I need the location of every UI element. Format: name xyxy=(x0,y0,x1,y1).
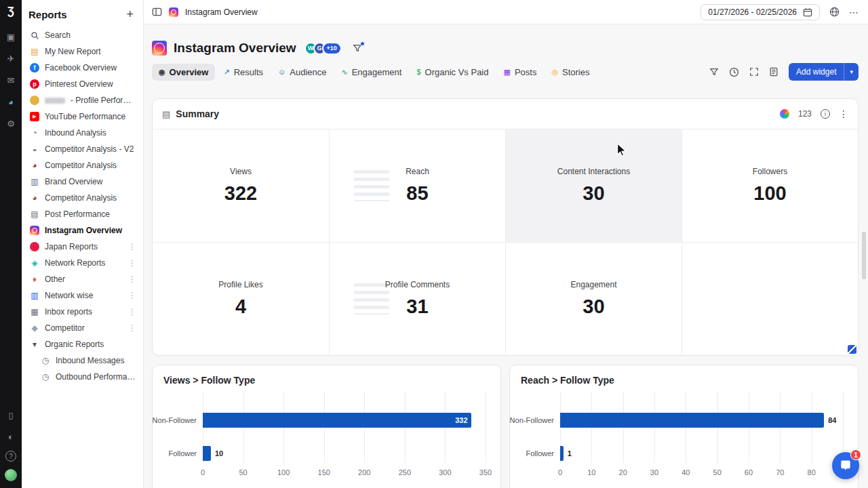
sidebar-item-instagram-overview[interactable]: Instagram Overview xyxy=(22,222,143,239)
sidebar-item-youtube-performance[interactable]: ▶YouTube Performance xyxy=(22,108,143,125)
sidebar-item-inbound-messages[interactable]: ◷Inbound Messages xyxy=(22,352,143,369)
sidebar-item-pinterest-overview[interactable]: pPinterest Overview xyxy=(22,76,143,92)
widget-resize-handle[interactable] xyxy=(848,345,856,354)
metric-profile-likes[interactable]: Profile Likes4 xyxy=(153,242,329,355)
inbox-icon[interactable]: ▣ xyxy=(3,29,18,44)
x-axis-tick: 10 xyxy=(587,468,595,476)
metric-value: 100 xyxy=(753,182,786,205)
facebook-icon: f xyxy=(30,63,39,73)
item-menu-icon[interactable]: ⋮ xyxy=(127,291,138,300)
network-reports-icon: ◈ xyxy=(30,258,39,268)
settings-icon[interactable]: ⚙ xyxy=(3,116,18,131)
sidebar-item-organic-reports[interactable]: ▾Organic Reports xyxy=(22,336,143,352)
tab-label: Stories xyxy=(562,67,589,77)
sidebar-item-search[interactable]: Search xyxy=(22,27,143,43)
tab-label: Posts xyxy=(515,67,537,77)
metric-cell-empty xyxy=(682,242,858,355)
item-menu-icon[interactable]: ⋮ xyxy=(127,307,138,317)
bar-non-follower[interactable]: 332 xyxy=(203,413,471,428)
export-report-icon[interactable] xyxy=(769,67,778,77)
metric-profile-comments[interactable]: Profile Comments31 xyxy=(329,242,505,355)
theme-icon[interactable]: ◐ xyxy=(3,429,18,444)
x-axis-tick: 60 xyxy=(745,468,753,476)
report-scroll-area[interactable]: Instagram Overview WG+10 ◉Overview↗Resul… xyxy=(144,24,868,488)
sidebar-item-outbound-performance[interactable]: ◷Outbound Performance xyxy=(22,369,143,385)
sidebar-item-label: Organic Reports xyxy=(45,340,138,349)
bar-non-follower[interactable]: 84 xyxy=(560,413,824,428)
sidebar-item-brand-overview[interactable]: ▥Brand Overview xyxy=(22,174,143,190)
metric-content-interactions[interactable]: Content Interactions30 xyxy=(505,129,682,242)
report-filter-icon[interactable] xyxy=(353,43,362,53)
report-tabs: ◉Overview↗Results☺Audience∿Engagement$Or… xyxy=(152,62,859,81)
sidebar-item-inbox-reports[interactable]: ▦Inbox reports⋮ xyxy=(22,304,143,320)
tab-posts[interactable]: ▦Posts xyxy=(496,64,543,81)
sidebar-header: Reports + xyxy=(22,5,143,27)
category-label: Follower xyxy=(507,449,554,458)
tab-results[interactable]: ↗Results xyxy=(216,64,270,81)
help-icon[interactable]: ? xyxy=(5,451,16,462)
date-range-text: 01/27/2026 - 02/25/2026 xyxy=(708,7,797,17)
add-widget-button[interactable]: Add widget ▾ xyxy=(789,63,859,81)
mobile-icon[interactable]: ▯ xyxy=(3,407,18,422)
tab-stories[interactable]: ◎Stories xyxy=(545,64,596,81)
vertical-scrollbar-thumb[interactable] xyxy=(862,232,866,279)
sidebar-item-competitor[interactable]: ◆Competitor⋮ xyxy=(22,320,143,336)
chat-launcher-button[interactable]: 1 xyxy=(832,452,859,479)
sidebar-item-inbound-analysis[interactable]: ◔Inbound Analysis xyxy=(22,125,143,141)
bar-value: 1 xyxy=(568,449,572,458)
metric-reach[interactable]: Reach85 xyxy=(329,129,505,242)
tab-audience[interactable]: ☺Audience xyxy=(271,64,333,81)
fullscreen-icon[interactable] xyxy=(749,67,759,77)
tab-organic-vs-paid[interactable]: $Organic Vs Paid xyxy=(410,64,495,81)
avatar-overflow-count[interactable]: +10 xyxy=(322,42,342,55)
publishing-icon[interactable]: ✈ xyxy=(3,51,18,66)
sidebar-item-my-new-report[interactable]: ▤My New Report xyxy=(22,43,143,60)
ai-assist-icon[interactable] xyxy=(780,109,789,119)
globe-icon[interactable] xyxy=(829,7,840,17)
sidebar-item-profile-performance[interactable]: - Profile Performance xyxy=(22,92,143,108)
bar-follower[interactable]: 1 xyxy=(560,446,564,461)
x-axis-tick: 30 xyxy=(650,468,658,476)
more-options-icon[interactable]: ⋯ xyxy=(849,7,859,18)
sidebar-item-japan-reports[interactable]: Japan Reports⋮ xyxy=(22,239,143,255)
overview-icon: ◉ xyxy=(159,68,165,77)
metric-followers[interactable]: Followers100 xyxy=(682,129,858,242)
bar-row: Follower10 xyxy=(203,446,486,461)
reports-icon[interactable]: ◕ xyxy=(3,94,18,109)
sidebar-item-label: Network wise xyxy=(45,291,121,300)
add-widget-chevron-icon[interactable]: ▾ xyxy=(844,63,859,81)
sidebar-item-network-reports[interactable]: ◈Network Reports⋮ xyxy=(22,255,143,271)
filter-icon[interactable] xyxy=(709,67,719,77)
app-logo[interactable]: Ʒ xyxy=(7,5,14,18)
sidebar-item-competitor-analysis[interactable]: ◕Competitor Analysis xyxy=(22,190,143,206)
item-menu-icon[interactable]: ⋮ xyxy=(127,242,138,251)
network-wise-icon: ▥ xyxy=(30,291,39,300)
reports-list: Search▤My New ReportfFacebook OverviewpP… xyxy=(22,27,143,488)
chart-title: Views > Follow Type xyxy=(153,365,500,386)
date-range-picker[interactable]: 01/27/2026 - 02/25/2026 xyxy=(701,4,820,20)
bar-follower[interactable]: 10 xyxy=(203,446,211,461)
summary-widget: ▤ Summary 123 i ⋮ Views322Reach85Content… xyxy=(152,98,859,356)
new-report-button[interactable]: + xyxy=(126,8,134,20)
history-icon[interactable] xyxy=(729,67,739,77)
tab-overview[interactable]: ◉Overview xyxy=(152,64,215,81)
metric-engagement[interactable]: Engagement30 xyxy=(505,242,682,355)
tab-engagement[interactable]: ∿Engagement xyxy=(334,64,408,81)
widget-menu-icon[interactable]: ⋮ xyxy=(839,108,848,119)
item-menu-icon[interactable]: ⋮ xyxy=(127,323,138,333)
sidebar-item-competitor-analysis[interactable]: ◕Competitor Analysis xyxy=(22,157,143,174)
info-icon[interactable]: i xyxy=(821,109,830,119)
sidebar-item-other[interactable]: ♦Other⋮ xyxy=(22,271,143,287)
sidebar-item-competitor-analysis-v2[interactable]: ◒Competitor Analysis - V2 xyxy=(22,141,143,157)
item-menu-icon[interactable]: ⋮ xyxy=(127,258,138,268)
user-avatar[interactable] xyxy=(5,469,17,481)
sidebar-item-network-wise[interactable]: ▥Network wise⋮ xyxy=(22,287,143,304)
messages-icon[interactable]: ✉ xyxy=(3,73,18,87)
sidebar-item-facebook-overview[interactable]: fFacebook Overview xyxy=(22,60,143,76)
shared-users-avatars[interactable]: WG+10 xyxy=(304,42,342,55)
metric-views[interactable]: Views322 xyxy=(153,129,329,242)
item-menu-icon[interactable]: ⋮ xyxy=(127,274,138,284)
collapse-sidebar-icon[interactable] xyxy=(152,7,162,17)
chart-title: Reach > Follow Type xyxy=(510,365,858,386)
sidebar-item-post-performance[interactable]: ▤Post Performance xyxy=(22,206,143,222)
